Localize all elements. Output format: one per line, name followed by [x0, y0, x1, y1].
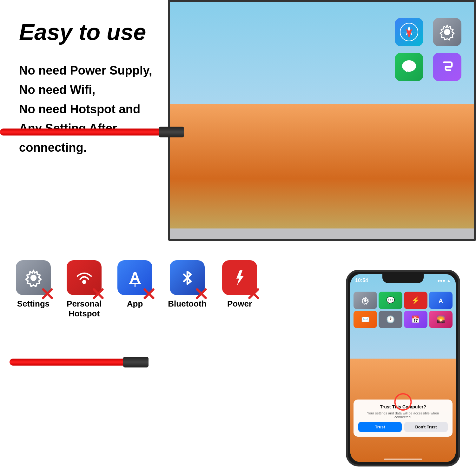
- phone-app-row: 💬 ⚡ A ✉️ 🕐 📅 🌄: [352, 290, 454, 330]
- phone-signal: ●●● ▲: [437, 278, 451, 283]
- phone-notch: [382, 274, 424, 283]
- trust-dialog: Trust This Computer? Your settings and d…: [354, 400, 453, 437]
- feature-item-2: No need Wifi,: [19, 80, 152, 100]
- x-mark-hotspot: [91, 287, 105, 301]
- hotspot-app-icon: [67, 260, 102, 295]
- bluetooth-app-icon: [170, 260, 205, 295]
- svg-point-9: [82, 280, 86, 284]
- ios-app-grid: [395, 18, 465, 81]
- bottom-section: Settings PersonalHotspot A: [0, 241, 476, 476]
- phone-mini-messages: 💬: [379, 292, 402, 309]
- messages-app-icon: [395, 53, 423, 81]
- shortcuts-app-icon: [433, 53, 461, 81]
- svg-point-14: [364, 299, 367, 301]
- svg-point-5: [444, 29, 450, 35]
- x-mark-appstore: [142, 287, 156, 301]
- x-mark-bluetooth: [194, 287, 208, 301]
- phone-mini-settings: [354, 292, 377, 309]
- trust-button[interactable]: Trust: [358, 422, 402, 432]
- phone-mini-clock: 🕐: [379, 311, 402, 328]
- monitor-bezel-bottom: [168, 228, 476, 241]
- phone-mini-store: A: [429, 292, 453, 309]
- appstore-label: App: [127, 299, 143, 309]
- left-panel: Easy to use No need Power Supply, No nee…: [0, 0, 168, 241]
- app-item-appstore: A App: [117, 260, 152, 309]
- app-item-power: Power: [222, 260, 257, 309]
- phone-mini-power: ⚡: [404, 292, 427, 309]
- app-item-hotspot: PersonalHotspot: [67, 260, 102, 319]
- phone-time: 10:54: [355, 278, 368, 283]
- app-item-settings: Settings: [16, 260, 51, 309]
- trust-dialog-subtitle: Your settings and data will be accessibl…: [358, 411, 448, 419]
- feature-item-1: No need Power Supply,: [19, 61, 152, 80]
- cable-top-connector: [159, 127, 184, 137]
- top-section: Easy to use No need Power Supply, No nee…: [0, 0, 476, 241]
- phone-device: 10:54 ●●● ▲ 💬 ⚡ A ✉️ 🕐 📅 🌄: [346, 270, 460, 466]
- sand-bg: [170, 104, 474, 228]
- phone-home-indicator: [384, 459, 422, 460]
- svg-text:A: A: [439, 297, 443, 304]
- svg-point-6: [402, 60, 416, 72]
- appstore-app-icon: A: [117, 260, 152, 295]
- cable-bottom-connector: [123, 357, 149, 367]
- phone-mini-mail: ✉️: [354, 311, 377, 328]
- x-mark-settings: [40, 287, 55, 301]
- safari-app-icon: [395, 18, 423, 46]
- svg-point-8: [30, 274, 36, 281]
- feature-list: No need Power Supply, No need Wifi, No n…: [19, 61, 152, 157]
- ios-screen-display: 10:54 ●●●: [170, 2, 474, 228]
- cable-bottom-line: [10, 359, 130, 366]
- phone-mini-photos: 🌄: [429, 311, 453, 328]
- trust-buttons-group: Trust Don't Trust: [358, 422, 448, 432]
- feature-item-3: No need Hotspot and: [19, 100, 152, 119]
- app-item-bluetooth: Bluetooth: [168, 260, 206, 309]
- cable-top-area: [0, 125, 184, 141]
- hotspot-label: PersonalHotspot: [67, 299, 102, 319]
- main-heading: Easy to use: [19, 19, 152, 45]
- dont-trust-button[interactable]: Don't Trust: [404, 422, 448, 432]
- settings-app-icon: [16, 260, 51, 295]
- power-app-icon: [222, 260, 257, 295]
- phone-screen: 10:54 ●●● ▲ 💬 ⚡ A ✉️ 🕐 📅 🌄: [350, 274, 456, 462]
- cable-bottom-area: [10, 355, 168, 371]
- monitor-area: 10:54 ●●●: [168, 0, 476, 241]
- x-mark-power: [247, 287, 261, 301]
- settings-app-icon-monitor: [433, 18, 461, 46]
- phone-mini-calendar: 📅: [404, 311, 427, 328]
- cable-top-line: [0, 129, 165, 136]
- monitor-screen: 10:54 ●●●: [168, 0, 476, 228]
- trust-circle-indicator: [394, 393, 412, 411]
- svg-marker-13: [236, 270, 244, 285]
